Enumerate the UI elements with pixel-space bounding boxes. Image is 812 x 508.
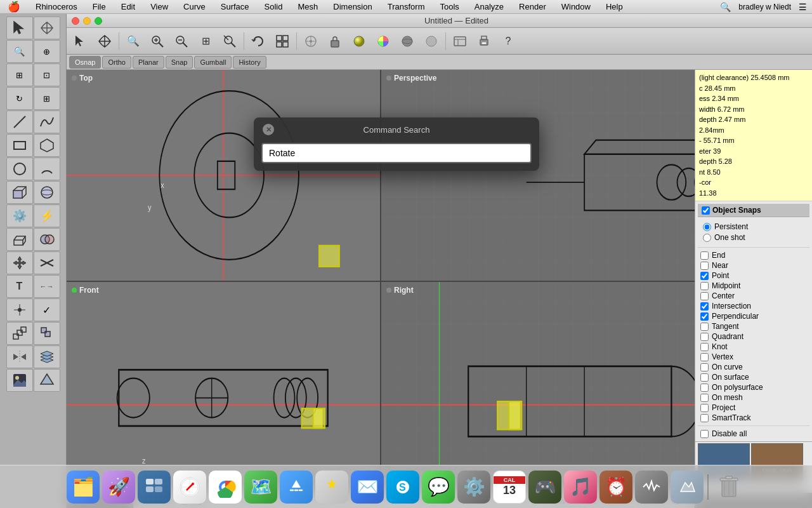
pan-tool[interactable] [34, 17, 60, 39]
move-tool[interactable] [6, 251, 33, 274]
boolean-tool[interactable] [34, 228, 60, 251]
command-search-input[interactable] [261, 143, 532, 163]
zoom-btn[interactable]: 🔍 [122, 30, 145, 52]
zoom-tool[interactable]: 🔍 [6, 40, 33, 63]
rectangle-tool[interactable] [6, 134, 33, 157]
viewport-right[interactable]: Right [381, 282, 695, 493]
dock-maps[interactable]: 🗺️ [244, 471, 277, 504]
snap-checkbox-15[interactable] [700, 404, 709, 412]
snap-checkbox-6[interactable] [700, 312, 709, 321]
arc-tool[interactable] [34, 157, 60, 180]
menu-list-icon[interactable]: ☰ [799, 2, 807, 12]
mesh-tool[interactable] [34, 369, 60, 392]
menu-curve[interactable]: Curve [181, 2, 208, 11]
dock-mail[interactable]: ✉️ [351, 471, 384, 504]
command-search-close[interactable]: ✕ [263, 124, 274, 135]
dock-safari[interactable] [173, 471, 206, 504]
zoom-win-tool[interactable]: ⊕ [34, 40, 60, 63]
search-icon[interactable]: 🔍 [720, 2, 731, 12]
menu-rhinoceros[interactable]: Rhinoceros [33, 2, 80, 11]
zoom5-btn[interactable] [218, 30, 241, 52]
close-button[interactable] [72, 17, 79, 25]
menu-help[interactable]: Help [603, 2, 625, 11]
box-tool[interactable] [6, 181, 33, 204]
rotate-btn[interactable] [247, 30, 270, 52]
dock-launchpad[interactable]: 🚀 [102, 471, 135, 504]
viewport-perspective[interactable]: Perspective [381, 70, 695, 281]
dock-trash[interactable] [712, 471, 745, 504]
object-snaps-checkbox[interactable] [702, 206, 710, 215]
sphere-tool[interactable] [34, 181, 60, 204]
snap-checkbox-13[interactable] [700, 384, 709, 392]
menu-edit[interactable]: Edit [119, 2, 138, 11]
zoom-sel-tool[interactable]: ⊡ [34, 64, 60, 86]
dock-game[interactable]: 🎮 [528, 471, 561, 504]
menu-view[interactable]: View [148, 2, 171, 11]
check-tool[interactable]: ✓ [34, 298, 60, 321]
layout-btn[interactable] [449, 30, 471, 52]
polygon-tool[interactable] [34, 134, 60, 157]
render-preview-tool[interactable] [6, 369, 33, 392]
snap-checkbox-5[interactable] [700, 302, 709, 311]
snap-checkbox-7[interactable] [700, 323, 709, 331]
menu-render[interactable]: Render [516, 2, 549, 11]
dock-mission[interactable] [138, 471, 171, 504]
gumball-btn[interactable]: Gumball [194, 56, 232, 69]
curve-tool[interactable] [34, 110, 60, 133]
menu-dimension[interactable]: Dimension [331, 2, 374, 11]
print-btn[interactable] [473, 30, 495, 52]
dock-sysprefs[interactable]: ⚙️ [457, 471, 490, 504]
display-btn[interactable] [420, 30, 443, 52]
menu-transform[interactable]: Transform [385, 2, 428, 11]
group-tool[interactable] [34, 322, 60, 345]
help-btn[interactable]: ? [497, 30, 520, 52]
viewport-top[interactable]: Top [67, 70, 380, 281]
zoom-extent-tool[interactable]: ⊞ [6, 64, 33, 86]
apple-menu[interactable]: 🍎 [5, 1, 23, 13]
maximize-button[interactable] [95, 17, 102, 25]
rotate-view-tool[interactable]: ↻ [6, 87, 33, 110]
snap-checkbox-9[interactable] [700, 343, 709, 351]
dock-rhino[interactable] [671, 471, 704, 504]
dim-tool[interactable]: ←→ [34, 275, 60, 298]
zoom3-btn[interactable] [170, 30, 193, 52]
material-btn[interactable] [348, 30, 370, 52]
disable-all-checkbox[interactable] [700, 430, 709, 438]
snap-checkbox-8[interactable] [700, 333, 709, 341]
menu-window[interactable]: Window [559, 2, 593, 11]
view-btn[interactable] [271, 30, 294, 52]
snap-checkbox-3[interactable] [700, 282, 709, 290]
snap-checkbox-0[interactable] [700, 251, 709, 260]
select-tool[interactable] [6, 17, 33, 39]
zoom2-btn[interactable] [146, 30, 169, 52]
snap-btn[interactable] [299, 30, 322, 52]
menu-solid[interactable]: Solid [262, 2, 285, 11]
menu-file[interactable]: File [90, 2, 108, 11]
arrow-tool-btn[interactable] [69, 30, 92, 52]
circle-tool[interactable] [6, 157, 33, 180]
render-sphere-btn[interactable] [396, 30, 419, 52]
snap-checkbox-2[interactable] [700, 272, 709, 280]
dock-appstore[interactable] [280, 471, 313, 504]
color-btn[interactable] [372, 30, 395, 52]
dock-itunes[interactable]: 🎵 [564, 471, 597, 504]
array-tool[interactable] [6, 322, 33, 345]
point-tool[interactable] [6, 298, 33, 321]
snap-checkbox-11[interactable] [700, 363, 709, 371]
menu-surface[interactable]: Surface [218, 2, 252, 11]
explode-tool[interactable]: ⚙️ [6, 204, 33, 227]
snap-checkbox-16[interactable] [700, 414, 709, 422]
line-tool[interactable] [6, 110, 33, 133]
snap-btn2[interactable]: Snap [166, 56, 193, 69]
trim-tool[interactable] [34, 251, 60, 274]
dock-skype[interactable]: S [386, 471, 419, 504]
persistent-radio[interactable] [703, 223, 711, 231]
planar-btn[interactable]: Planar [133, 56, 164, 69]
extrude-tool[interactable] [6, 228, 33, 251]
snap-checkbox-10[interactable] [700, 353, 709, 361]
history-btn[interactable]: History [233, 56, 266, 69]
oneshot-radio[interactable] [703, 234, 711, 242]
osnap-btn[interactable]: Osnap [69, 56, 101, 69]
transform-tool[interactable]: ⚡ [34, 204, 60, 227]
lock-btn[interactable] [324, 30, 346, 52]
